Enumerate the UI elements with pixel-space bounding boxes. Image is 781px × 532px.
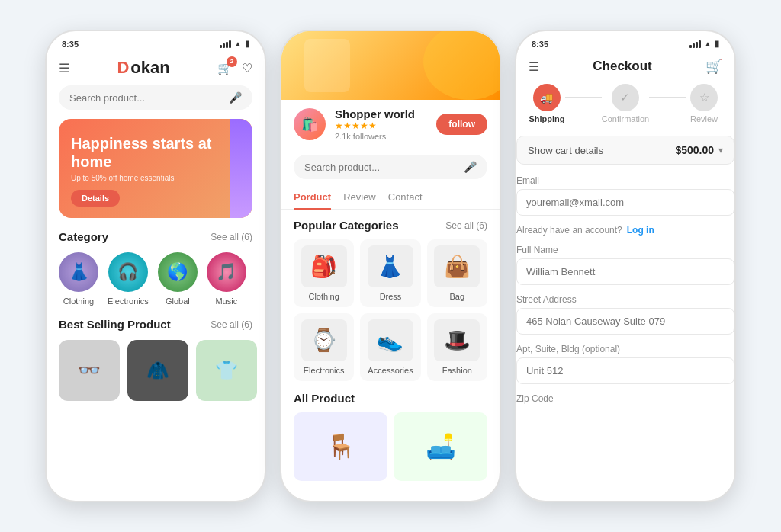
product-card-1[interactable]: 👓 [59,340,120,401]
checkout-hamburger-icon[interactable]: ☰ [529,59,539,74]
zip-group: Zip Code [516,393,734,404]
cat-grid-electronics[interactable]: ⌚ Electronics [294,313,354,381]
shop-search-input[interactable] [304,162,464,173]
cat-grid-dress[interactable]: 👗 Dress [360,239,420,307]
tab-product[interactable]: Porduct [294,185,343,209]
cart-details-bar[interactable]: Show cart details $500.00 ▾ [516,136,734,165]
shop-search-bar[interactable]: 🎤 [294,155,487,179]
hamburger-icon[interactable]: ☰ [59,61,69,75]
category-global[interactable]: 🌎 Global [158,252,198,306]
banner-button[interactable]: Details [71,190,120,207]
apt-field[interactable] [516,357,734,384]
home-header: ☰ D okan 🛒 2 ♡ [47,52,265,85]
cat-grid-img-bag: 👜 [434,245,480,287]
shop-mic-icon[interactable]: 🎤 [464,161,477,173]
cat-grid-label-electronics: Electronics [304,366,345,375]
banner-title: Happiness starts at home [71,134,240,171]
banner-text: Happiness starts at home Up to 50% off h… [71,134,240,207]
logo-d: D [117,58,129,78]
product-card-2[interactable]: 🧥 [127,340,188,401]
logo: D okan [117,58,169,78]
best-selling-title: Best Selling Product [59,318,171,331]
login-prompt-text: Already have an account? [516,225,622,236]
popular-cats-see-all[interactable]: See all (6) [445,220,487,231]
login-link[interactable]: Log in [627,225,654,236]
cat-grid-clothing[interactable]: 🎒 Clothing [294,239,354,307]
product-card-chair[interactable]: 🪑 [294,412,387,481]
category-label-global: Global [166,296,190,306]
popular-cats-title: Popular Categories [294,219,399,232]
shop-name: Shopper world [335,107,427,120]
cart-details-label: Show cart details [528,145,603,156]
all-product-section: All Product 🪑 🛋️ [281,392,500,481]
wishlist-icon[interactable]: ♡ [242,61,252,75]
zip-label: Zip Code [516,393,734,404]
cat-grid-accessories[interactable]: 👟 Accessories [360,313,420,381]
cart-button[interactable]: 🛒 2 [217,61,233,75]
signal-icon [220,40,231,48]
cat-grid-fashion[interactable]: 🎩 Fashion [427,313,487,381]
phones-container: 8:35 ▲ ▮ ☰ D okan [45,30,736,502]
status-icons: ▲ ▮ [220,39,249,49]
phone-checkout: 8:35 ▲ ▮ ☰ Checkout 🛒 [515,30,736,502]
checkout-form: Email Already have an account? Log in Fu… [516,175,734,404]
wifi-icon: ▲ [234,40,242,48]
category-electronics[interactable]: 🎧 Electronics [108,252,149,306]
checkout-status-icons: ▲ ▮ [689,39,719,49]
step-shipping: 🚚 Shipping [529,84,565,123]
category-label-electronics: Electronics [108,296,149,306]
header-icons: 🛒 2 ♡ [217,61,252,75]
all-product-title: All Product [294,392,487,405]
cat-grid-label-bag: Bag [450,292,465,301]
step-shipping-label: Shipping [529,114,564,123]
category-icon-clothing: 👗 [59,252,98,292]
apt-label: Apt, Suite, Bldg (optional) [516,344,734,354]
tab-review[interactable]: Review [343,185,388,209]
status-time: 8:35 [62,40,79,49]
email-label: Email [516,175,734,186]
shop-tabs: Porduct Review Contact [281,185,500,210]
checkout-cart-icon[interactable]: 🛒 [705,58,722,75]
shop-stars: ★★★★★ [335,120,427,131]
email-group: Email [516,175,734,216]
checkout-battery-icon: ▮ [715,39,719,49]
apt-group: Apt, Suite, Bldg (optional) [516,344,734,384]
checkout-steps: 🚚 Shipping ✓ Confirmation ☆ Review [516,84,734,123]
product-image-2: 🧥 [127,340,188,401]
category-icon-music: 🎵 [207,252,246,292]
status-bar-checkout: 8:35 ▲ ▮ [516,31,734,52]
tab-contact[interactable]: Contact [388,185,435,209]
follow-button[interactable]: follow [436,114,487,135]
street-group: Street Address [516,294,734,335]
product-card-sofa[interactable]: 🛋️ [394,412,487,481]
popular-cats-header: Popular Categories See all (6) [294,219,487,232]
category-music[interactable]: 🎵 Music [207,252,246,306]
product-card-3[interactable]: 👕 [196,340,257,401]
banner-subtitle: Up to 50% off home essentials [71,174,240,182]
fullname-field[interactable] [516,258,734,285]
category-see-all[interactable]: See all (6) [211,232,252,242]
phone-home: 8:35 ▲ ▮ ☰ D okan [45,30,266,502]
search-input-home[interactable] [69,92,229,104]
email-field[interactable] [516,189,734,216]
shop-banner [281,31,500,100]
step-confirmation: ✓ Confirmation [602,84,649,123]
street-field[interactable] [516,308,734,335]
cat-grid-bag[interactable]: 👜 Bag [427,239,487,307]
search-bar-home[interactable]: 🎤 [59,85,252,110]
best-selling-see-all[interactable]: See all (6) [211,319,252,330]
step-confirmation-label: Confirmation [602,114,649,123]
products-grid: 🪑 🛋️ [294,412,487,481]
category-label-music: Music [215,296,237,306]
shop-avatar: 🛍️ [294,108,326,140]
step-divider-2 [649,97,686,98]
category-icon-electronics: 🎧 [108,252,148,292]
category-clothing[interactable]: 👗 Clothing [59,252,98,306]
checkout-wifi-icon: ▲ [704,40,712,48]
cat-grid-label-dress: Dress [380,292,402,301]
banner-circle-decoration [423,31,500,100]
best-selling-header: Best Selling Product See all (6) [47,318,265,331]
mic-icon[interactable]: 🎤 [229,91,242,104]
popular-cats-grid: 🎒 Clothing 👗 Dress 👜 Bag ⌚ Electronics [294,239,487,381]
categories-row: 👗 Clothing 🎧 Electronics 🌎 Global 🎵 Musi… [47,252,265,306]
